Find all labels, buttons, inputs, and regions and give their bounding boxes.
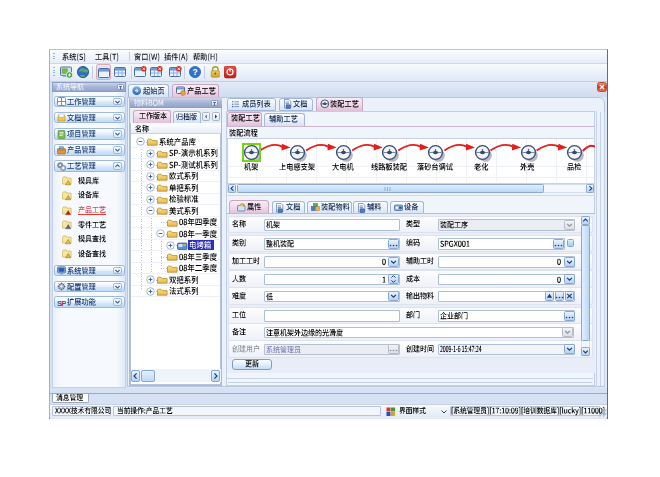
svg-text:P: P xyxy=(61,298,66,307)
svg-text:?: ? xyxy=(192,67,197,77)
